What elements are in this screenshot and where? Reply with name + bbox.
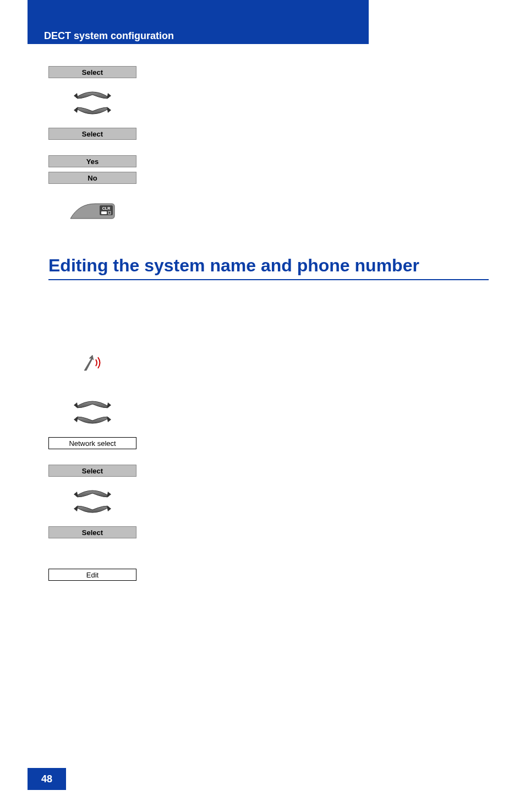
softkey-label: Select — [82, 68, 103, 77]
softkey-label: Select — [82, 130, 103, 138]
page-number: 48 — [28, 768, 66, 790]
option-label: Network select — [69, 439, 116, 448]
softkey-label: Select — [82, 528, 103, 537]
no-softkey[interactable]: No — [48, 172, 136, 184]
svg-text:CLR: CLR — [102, 206, 110, 210]
softkey-label: No — [88, 174, 97, 182]
edit-option[interactable]: Edit — [48, 569, 136, 581]
svg-rect-2 — [101, 211, 107, 214]
network-select-option[interactable]: Network select — [48, 437, 136, 449]
clr-key-icon: CLR — [68, 199, 117, 221]
softkey-label: Yes — [86, 157, 99, 166]
select-softkey[interactable]: Select — [48, 465, 136, 477]
option-label: Edit — [86, 571, 99, 579]
content-area: Select Select Yes No — [48, 66, 489, 581]
clr-key: CLR — [48, 194, 136, 221]
softkey-label: Select — [82, 467, 103, 475]
select-softkey[interactable]: Select — [48, 128, 136, 140]
nav-up-down-icon — [48, 78, 136, 128]
signal-icon — [48, 352, 136, 378]
header-title: DECT system configuration — [44, 30, 174, 42]
select-softkey[interactable]: Select — [48, 526, 136, 538]
select-softkey[interactable]: Select — [48, 66, 136, 78]
page-number-value: 48 — [41, 773, 52, 785]
section-title: Editing the system name and phone number — [48, 255, 489, 276]
yes-softkey[interactable]: Yes — [48, 155, 136, 167]
nav-up-down-icon — [48, 477, 136, 526]
top-bar — [28, 0, 369, 28]
nav-up-down-icon — [48, 388, 136, 437]
header-bar: DECT system configuration — [28, 28, 369, 44]
